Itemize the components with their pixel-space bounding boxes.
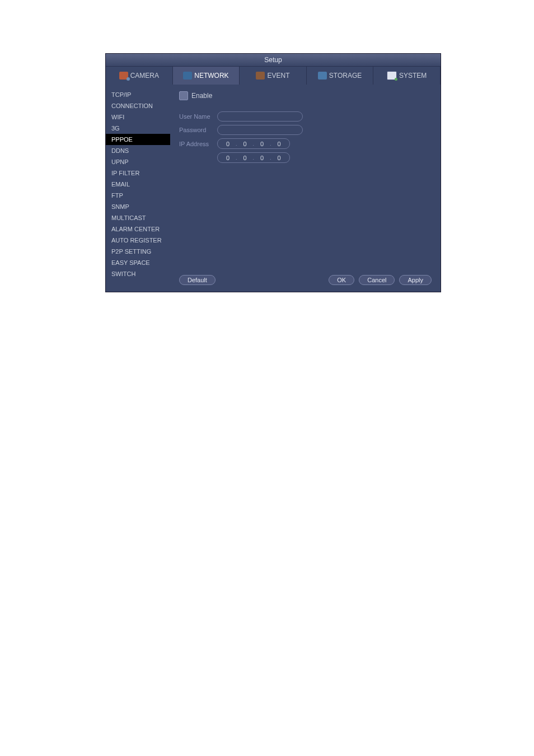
ip-dot: . — [253, 141, 255, 147]
sidebar-item-alarmcenter[interactable]: ALARM CENTER — [106, 223, 170, 235]
sidebar-item-ftp[interactable]: FTP — [106, 190, 170, 201]
ip1-octet4[interactable]: 0 — [273, 141, 286, 147]
tab-camera-label: CAMERA — [130, 72, 159, 80]
enable-label: Enable — [191, 92, 212, 100]
sidebar-item-connection[interactable]: CONNECTION — [106, 100, 170, 111]
ip2-octet2[interactable]: 0 — [238, 155, 252, 161]
sidebar-item-snmp[interactable]: SNMP — [106, 201, 170, 212]
event-icon — [256, 72, 265, 80]
main-tabs: CAMERA NETWORK EVENT STORAGE SYSTEM — [106, 67, 441, 85]
tab-storage[interactable]: STORAGE — [307, 67, 374, 85]
sidebar-item-easyspace[interactable]: EASY SPACE — [106, 257, 170, 268]
tab-event[interactable]: EVENT — [240, 67, 307, 85]
sidebar-item-p2p[interactable]: P2P SETTING — [106, 246, 170, 257]
ipaddress-label: IP Address — [179, 141, 214, 147]
tab-storage-label: STORAGE — [329, 72, 362, 80]
sidebar-item-wifi[interactable]: WIFI — [106, 111, 170, 123]
ipaddress-input-1[interactable]: 0 . 0 . 0 . 0 — [217, 138, 290, 149]
sidebar-item-ipfilter[interactable]: IP FILTER — [106, 167, 170, 179]
ip1-octet2[interactable]: 0 — [238, 141, 252, 147]
content-area: TCP/IP CONNECTION WIFI 3G PPPOE DDNS UPN… — [106, 85, 441, 292]
ip2-octet4[interactable]: 0 — [273, 155, 286, 161]
sidebar-item-autoregister[interactable]: AUTO REGISTER — [106, 235, 170, 246]
ip-dot: . — [236, 141, 237, 147]
password-input[interactable] — [217, 125, 303, 135]
ip-dot: . — [236, 155, 237, 161]
network-icon — [183, 72, 192, 80]
tab-system-label: SYSTEM — [399, 72, 427, 80]
apply-button[interactable]: Apply — [399, 275, 432, 285]
ok-button[interactable]: OK — [329, 275, 354, 285]
setup-window: Setup CAMERA NETWORK EVENT STORAGE SYSTE… — [105, 53, 441, 292]
username-row: User Name — [179, 111, 432, 122]
ip1-octet1[interactable]: 0 — [221, 141, 235, 147]
storage-icon — [318, 72, 327, 80]
ip-dot: . — [253, 155, 255, 161]
tab-camera[interactable]: CAMERA — [106, 67, 173, 85]
tab-system[interactable]: SYSTEM — [373, 67, 441, 85]
enable-checkbox[interactable] — [179, 91, 188, 100]
cancel-button[interactable]: Cancel — [359, 275, 395, 285]
sidebar-item-ddns[interactable]: DDNS — [106, 145, 170, 156]
ip2-octet3[interactable]: 0 — [255, 155, 269, 161]
button-group-right: OK Cancel Apply — [329, 275, 432, 285]
tab-network[interactable]: NETWORK — [173, 67, 240, 85]
password-row: Password — [179, 125, 432, 135]
sidebar-item-3g[interactable]: 3G — [106, 123, 170, 134]
ip2-octet1[interactable]: 0 — [221, 155, 235, 161]
main-panel: Enable User Name Password IP Address 0 . — [170, 85, 441, 292]
enable-row: Enable — [179, 91, 432, 100]
ip1-octet3[interactable]: 0 — [255, 141, 269, 147]
ip-dot: . — [270, 141, 271, 147]
username-input[interactable] — [217, 111, 303, 122]
sidebar-item-upnp[interactable]: UPNP — [106, 156, 170, 167]
password-label: Password — [179, 127, 214, 133]
button-row: Default OK Cancel Apply — [179, 268, 432, 285]
sidebar-item-multicast[interactable]: MULTICAST — [106, 212, 170, 223]
tab-event-label: EVENT — [267, 72, 289, 80]
system-icon — [387, 71, 397, 80]
tab-network-label: NETWORK — [194, 72, 228, 80]
ipaddress-input-2[interactable]: 0 . 0 . 0 . 0 — [217, 152, 290, 163]
sidebar: TCP/IP CONNECTION WIFI 3G PPPOE DDNS UPN… — [106, 85, 170, 292]
camera-icon — [119, 72, 128, 80]
window-title: Setup — [106, 54, 441, 67]
form-fields: User Name Password IP Address 0 . 0 . 0 — [179, 111, 432, 163]
default-button[interactable]: Default — [179, 275, 216, 285]
sidebar-item-switch[interactable]: SWITCH — [106, 268, 170, 279]
sidebar-item-email[interactable]: EMAIL — [106, 179, 170, 190]
ipaddress-row: IP Address 0 . 0 . 0 . 0 — [179, 138, 432, 149]
sidebar-item-pppoe[interactable]: PPPOE — [106, 134, 170, 145]
username-label: User Name — [179, 113, 214, 120]
ip-dot: . — [270, 155, 271, 161]
sidebar-item-tcpip[interactable]: TCP/IP — [106, 89, 170, 100]
